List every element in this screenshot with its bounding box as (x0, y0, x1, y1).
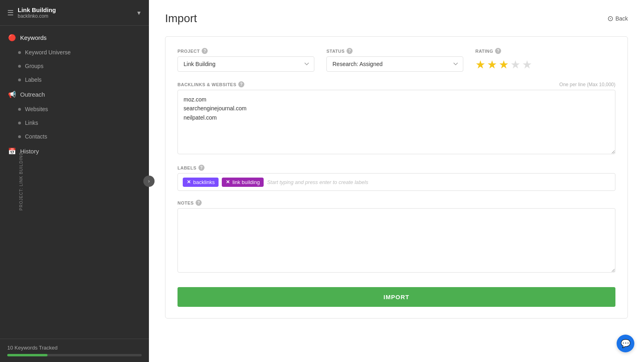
sidebar-item-links[interactable]: Links (0, 116, 149, 130)
project-label: PROJECT ? (178, 48, 314, 54)
dot-icon (18, 51, 21, 54)
backlinks-section: BACKLINKS & WEBSITES ? One per line (Max… (178, 81, 615, 156)
history-icon: 📅 (8, 147, 16, 155)
sidebar-item-labels[interactable]: Labels (0, 73, 149, 87)
status-select[interactable]: Research: Assigned In Progress Completed (326, 56, 463, 72)
rating-label: RATING ? (475, 48, 556, 54)
backlinks-label: BACKLINKS & WEBSITES ? (178, 81, 244, 87)
sidebar-item-outreach[interactable]: 📢 Outreach (0, 87, 149, 102)
main-content: Import ⊙ Back PROJECT ? Link Building Ot… (149, 0, 644, 362)
back-label: Back (615, 15, 628, 22)
rating-group: RATING ? ★ ★ ★ ★ ★ (475, 48, 556, 71)
websites-label: Websites (25, 106, 48, 112)
dot-icon (18, 122, 21, 124)
star-rating: ★ ★ ★ ★ ★ (475, 58, 556, 71)
sidebar-item-keywords[interactable]: 🔴 Keywords (0, 30, 149, 46)
dot-icon (18, 135, 21, 138)
keywords-icon: 🔴 (8, 34, 16, 41)
label-remove-link-building[interactable]: ✕ (226, 179, 230, 185)
backlinks-textarea[interactable]: moz.com searchenginejournal.com neilpate… (178, 90, 615, 154)
label-remove-backlinks[interactable]: ✕ (187, 179, 191, 185)
page-header: Import ⊙ Back (165, 12, 628, 25)
menu-icon[interactable]: ☰ (7, 8, 14, 17)
star-1[interactable]: ★ (475, 58, 485, 71)
star-2[interactable]: ★ (487, 58, 497, 71)
backlinks-help-icon[interactable]: ? (238, 81, 244, 87)
notes-section: NOTES ? (178, 200, 615, 274)
backlinks-header: BACKLINKS & WEBSITES ? One per line (Max… (178, 81, 615, 87)
project-select[interactable]: Link Building Other Project (178, 56, 314, 72)
status-group: STATUS ? Research: Assigned In Progress … (326, 48, 463, 72)
status-help-icon[interactable]: ? (347, 48, 353, 54)
chat-widget[interactable]: 💬 (617, 335, 634, 352)
dot-icon (18, 79, 21, 81)
sidebar: ☰ Link Building backlinko.com ▼ 🔴 Keywor… (0, 0, 149, 362)
project-info: Link Building backlinko.com (18, 6, 56, 19)
keyword-universe-label: Keyword Universe (25, 49, 71, 56)
status-label: STATUS ? (326, 48, 463, 54)
outreach-label: Outreach (20, 91, 45, 98)
notes-label: NOTES ? (178, 200, 615, 206)
labels-label: LABELS ? (178, 165, 615, 171)
star-5[interactable]: ★ (522, 58, 532, 71)
form-card: PROJECT ? Link Building Other Project ST… (165, 36, 628, 319)
nav-section: 🔴 Keywords Keyword Universe Groups Label… (0, 26, 149, 163)
progress-bar-fill (7, 354, 47, 356)
keywords-progress-bar (7, 354, 142, 356)
labels-input-container[interactable]: ✕ backlinks ✕ link building Start typing… (178, 173, 615, 191)
star-3[interactable]: ★ (499, 58, 509, 71)
labels-help-icon[interactable]: ? (198, 165, 204, 171)
label-tag-backlinks-text: backlinks (193, 179, 215, 185)
groups-label: Groups (25, 63, 43, 69)
back-button[interactable]: ⊙ Back (607, 14, 628, 23)
back-circle-icon: ⊙ (607, 14, 613, 23)
notes-textarea[interactable] (178, 208, 615, 273)
labels-placeholder: Start typing and press enter to create l… (267, 179, 368, 185)
label-tag-backlinks[interactable]: ✕ backlinks (183, 178, 219, 187)
page-title: Import (165, 12, 197, 25)
contacts-label: Contacts (25, 133, 47, 140)
outreach-icon: 📢 (8, 91, 16, 98)
label-tag-link-building[interactable]: ✕ link building (222, 178, 264, 187)
import-button[interactable]: IMPORT (178, 287, 615, 307)
labels-section: LABELS ? ✕ backlinks ✕ link building Sta… (178, 165, 615, 191)
sidebar-item-contacts[interactable]: Contacts (0, 130, 149, 143)
project-name: Link Building (18, 6, 56, 13)
project-help-icon[interactable]: ? (202, 48, 208, 54)
vertical-project-label: Project: Link Building (19, 152, 23, 210)
dot-icon (18, 108, 21, 111)
sidebar-item-websites[interactable]: Websites (0, 102, 149, 116)
sidebar-item-keyword-universe[interactable]: Keyword Universe (0, 46, 149, 59)
dot-icon (18, 65, 21, 68)
sidebar-header-left: ☰ Link Building backlinko.com (7, 6, 56, 19)
star-4[interactable]: ★ (510, 58, 520, 71)
sidebar-footer: 10 Keywords Tracked (0, 339, 149, 362)
labels-nav-label: Labels (25, 77, 41, 83)
project-group: PROJECT ? Link Building Other Project (178, 48, 314, 72)
sidebar-item-groups[interactable]: Groups (0, 59, 149, 73)
backlinks-hint: One per line (Max 10,000) (559, 82, 615, 87)
sidebar-header: ☰ Link Building backlinko.com ▼ (0, 0, 149, 26)
chevron-down-icon[interactable]: ▼ (136, 10, 142, 16)
collapse-sidebar-button[interactable]: › (143, 176, 155, 187)
form-top-row: PROJECT ? Link Building Other Project ST… (178, 48, 615, 72)
label-tag-link-building-text: link building (232, 179, 260, 185)
chat-icon: 💬 (621, 339, 631, 348)
notes-help-icon[interactable]: ? (196, 200, 202, 206)
keywords-label: Keywords (20, 34, 47, 41)
links-label: Links (25, 120, 38, 126)
project-domain: backlinko.com (18, 13, 56, 19)
keywords-tracked-label: 10 Keywords Tracked (7, 345, 58, 351)
rating-help-icon[interactable]: ? (495, 48, 501, 54)
